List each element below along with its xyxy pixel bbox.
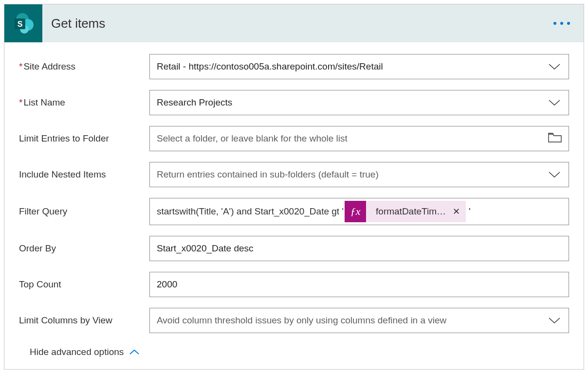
expression-token[interactable]: ƒx formatDateTim… ✕ bbox=[345, 201, 466, 222]
top-count-input[interactable]: 2000 bbox=[149, 272, 569, 297]
label-order-by: Order By bbox=[19, 243, 149, 254]
filter-query-suffix: ' bbox=[466, 206, 473, 217]
site-address-value: Retail - https://contoso005a.sharepoint.… bbox=[157, 61, 543, 72]
label-limit-folder: Limit Entries to Folder bbox=[19, 133, 149, 144]
action-header[interactable]: S Get items bbox=[4, 4, 584, 42]
include-nested-placeholder: Return entries contained in sub-folders … bbox=[157, 169, 543, 180]
action-card: S Get items *Site Address Retail - https… bbox=[4, 4, 584, 370]
row-top-count: Top Count 2000 bbox=[19, 272, 569, 297]
chevron-down-icon bbox=[547, 316, 562, 325]
token-remove-button[interactable]: ✕ bbox=[453, 206, 466, 217]
label-limit-columns: Limit Columns by View bbox=[19, 315, 149, 326]
top-count-value: 2000 bbox=[157, 279, 562, 290]
hide-advanced-toggle[interactable]: Hide advanced options bbox=[19, 344, 140, 366]
row-site-address: *Site Address Retail - https://contoso00… bbox=[19, 54, 569, 79]
limit-folder-input[interactable]: Select a folder, or leave blank for the … bbox=[149, 126, 569, 151]
action-title: Get items bbox=[42, 16, 553, 31]
chevron-down-icon bbox=[547, 170, 562, 179]
row-include-nested: Include Nested Items Return entries cont… bbox=[19, 162, 569, 187]
order-by-input[interactable]: Start_x0020_Date desc bbox=[149, 236, 569, 261]
label-include-nested: Include Nested Items bbox=[19, 169, 149, 180]
row-order-by: Order By Start_x0020_Date desc bbox=[19, 236, 569, 261]
sharepoint-icon: S bbox=[4, 4, 42, 42]
filter-query-prefix: startswith(Title, 'A') and Start_x0020_D… bbox=[157, 206, 344, 217]
order-by-value: Start_x0020_Date desc bbox=[157, 243, 562, 254]
svg-text:S: S bbox=[18, 20, 23, 28]
folder-icon[interactable] bbox=[548, 132, 562, 145]
label-site-address: *Site Address bbox=[19, 61, 149, 72]
label-list-name: *List Name bbox=[19, 97, 149, 108]
label-filter-query: Filter Query bbox=[19, 206, 149, 217]
chevron-down-icon bbox=[547, 98, 562, 107]
chevron-down-icon bbox=[547, 62, 562, 71]
filter-query-input[interactable]: startswith(Title, 'A') and Start_x0020_D… bbox=[149, 198, 569, 225]
list-name-value: Research Projects bbox=[157, 97, 543, 108]
chevron-up-icon bbox=[129, 349, 140, 355]
row-list-name: *List Name Research Projects bbox=[19, 90, 569, 115]
limit-folder-placeholder: Select a folder, or leave blank for the … bbox=[157, 133, 544, 144]
hide-advanced-label: Hide advanced options bbox=[30, 347, 124, 357]
row-limit-folder: Limit Entries to Folder Select a folder,… bbox=[19, 126, 569, 151]
site-address-dropdown[interactable]: Retail - https://contoso005a.sharepoint.… bbox=[149, 54, 569, 79]
expression-token-label: formatDateTim… bbox=[366, 206, 453, 217]
include-nested-dropdown[interactable]: Return entries contained in sub-folders … bbox=[149, 162, 569, 187]
row-limit-columns: Limit Columns by View Avoid column thres… bbox=[19, 308, 569, 333]
fx-icon: ƒx bbox=[345, 201, 366, 222]
action-body: *Site Address Retail - https://contoso00… bbox=[4, 42, 584, 369]
label-top-count: Top Count bbox=[19, 279, 149, 290]
limit-columns-placeholder: Avoid column threshold issues by only us… bbox=[157, 315, 543, 326]
list-name-dropdown[interactable]: Research Projects bbox=[149, 90, 569, 115]
row-filter-query: Filter Query startswith(Title, 'A') and … bbox=[19, 198, 569, 225]
limit-columns-dropdown[interactable]: Avoid column threshold issues by only us… bbox=[149, 308, 569, 333]
action-menu-button[interactable] bbox=[553, 22, 584, 25]
